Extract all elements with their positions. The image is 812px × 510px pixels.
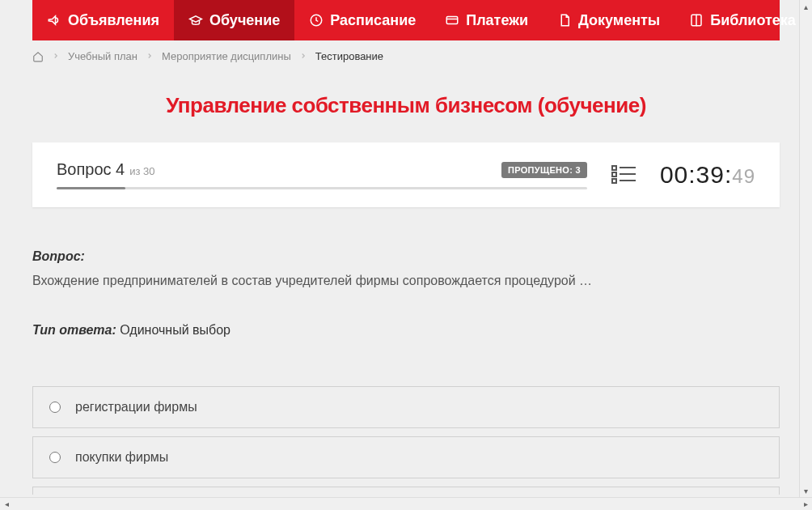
nav-label: Обучение [209, 12, 280, 29]
option-radio[interactable] [49, 452, 61, 463]
document-icon [557, 13, 572, 28]
nav-documents[interactable]: Документы [543, 0, 675, 40]
horizontal-scrollbar[interactable]: ◂ ▸ [0, 497, 812, 510]
chevron-right-icon [146, 50, 154, 62]
answer-type-value: Одиночный выбор [120, 323, 230, 337]
breadcrumb-item-curriculum[interactable]: Учебный план [68, 50, 137, 62]
nav-announcements[interactable]: Объявления [32, 0, 174, 40]
answer-type-label: Тип ответа: [32, 323, 116, 337]
chevron-right-icon [52, 50, 60, 62]
svg-rect-6 [612, 179, 616, 183]
nav-label: Объявления [68, 12, 159, 29]
nav-label: Документы [578, 12, 660, 29]
option-item[interactable]: регистрации фирмы [32, 386, 780, 428]
svg-rect-4 [612, 172, 616, 176]
options-list: регистрации фирмы покупки фирмы наследов… [32, 386, 780, 495]
nav-label: Расписание [330, 12, 416, 29]
timer-seconds: 49 [732, 165, 755, 187]
breadcrumb-item-testing: Тестирование [315, 50, 383, 62]
nav-label: Библиотека [710, 12, 796, 29]
nav-payments[interactable]: Платежи [430, 0, 543, 40]
scroll-left-arrow[interactable]: ◂ [0, 498, 13, 511]
question-number: Вопрос 4 [57, 160, 125, 179]
svg-rect-2 [612, 166, 616, 170]
main-navbar: Объявления Обучение Расписание Платежи Д… [32, 0, 780, 40]
nav-library[interactable]: Библиотека [675, 0, 804, 40]
nav-label: Платежи [466, 12, 528, 29]
question-list-icon[interactable] [611, 165, 636, 185]
progress-panel: Вопрос 4 из 30 ПРОПУЩЕНО: 3 00:39:49 [32, 142, 780, 207]
megaphone-icon [47, 13, 61, 28]
card-icon [445, 13, 459, 28]
vertical-scrollbar[interactable]: ▴ ▾ [799, 0, 812, 497]
scroll-up-arrow[interactable]: ▴ [800, 0, 813, 13]
option-text: регистрации фирмы [75, 400, 197, 414]
svg-rect-1 [446, 17, 458, 24]
graduation-icon [188, 13, 203, 28]
question-text: Вхождение предпринимателей в состав учре… [32, 270, 780, 291]
nav-schedule[interactable]: Расписание [294, 0, 430, 40]
nav-education[interactable]: Обучение [174, 0, 294, 40]
book-icon [689, 13, 704, 28]
timer-main: 00:39: [660, 161, 732, 188]
option-radio[interactable] [49, 402, 61, 413]
question-total: из 30 [129, 165, 154, 177]
progress-bar [57, 187, 587, 189]
page-title: Управление собственным бизнесом (обучени… [8, 93, 804, 118]
option-item[interactable]: наследования доли в фирме [32, 487, 780, 495]
chevron-right-icon [299, 50, 307, 62]
home-icon[interactable] [32, 51, 44, 62]
skipped-badge: ПРОПУЩЕНО: 3 [501, 162, 587, 178]
breadcrumb: Учебный план Мероприятие дисциплины Тест… [8, 40, 804, 72]
breadcrumb-item-event[interactable]: Мероприятие дисциплины [162, 50, 291, 62]
question-label: Вопрос: [32, 249, 85, 263]
timer: 00:39:49 [660, 161, 755, 189]
clock-icon [309, 13, 324, 28]
scroll-down-arrow[interactable]: ▾ [800, 484, 813, 497]
option-text: покупки фирмы [75, 450, 168, 465]
scroll-right-arrow[interactable]: ▸ [799, 498, 812, 511]
option-item[interactable]: покупки фирмы [32, 436, 780, 478]
